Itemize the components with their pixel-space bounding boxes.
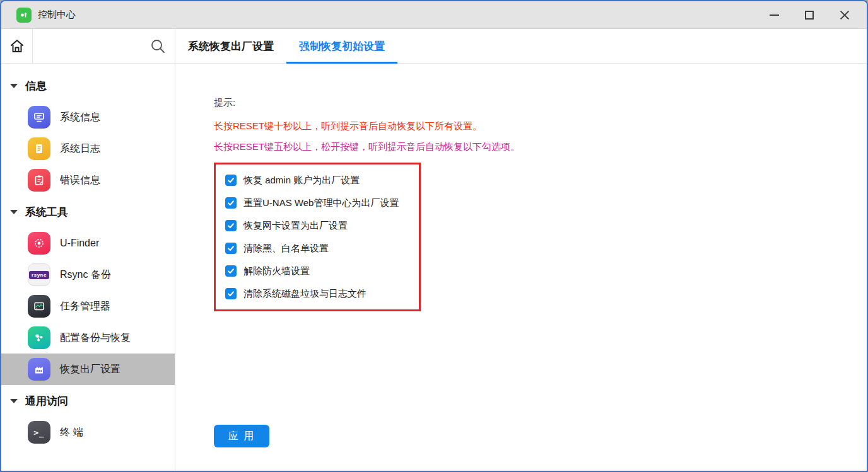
sidebar-item-label: 终 端 (60, 426, 83, 439)
rsync-badge: rsync (29, 271, 49, 279)
checkbox-label: 重置U-NAS Web管理中心为出厂设置 (243, 197, 399, 209)
checkbox-label: 恢复 admin 账户为出厂设置 (243, 175, 360, 187)
checkbox-label: 恢复网卡设置为出厂设置 (243, 220, 348, 232)
home-button[interactable] (1, 29, 33, 63)
tip-line-magenta: 长按RESET键五秒以上，松开按键，听到提示音后自动恢复以下勾选项。 (214, 142, 867, 151)
tip-line-red: 长按RESET键十秒以上，听到提示音后自动恢复以下所有设置。 (214, 121, 867, 130)
close-icon (840, 10, 850, 20)
minimize-button[interactable] (763, 6, 785, 25)
section-header-system-tools[interactable]: 系统工具 (1, 196, 175, 227)
checkbox-label: 清除系统磁盘垃圾与日志文件 (243, 288, 367, 300)
checkbox-row-restore-admin[interactable]: 恢复 admin 账户为出厂设置 (225, 169, 419, 192)
terminal-icon: >_ (28, 421, 50, 444)
checkbox-label: 解除防火墙设置 (243, 265, 310, 277)
window-title: 控制中心 (38, 9, 76, 21)
search-icon (150, 38, 166, 54)
section-header-general-access[interactable]: 通用访问 (1, 385, 175, 417)
tab-system-factory-reset[interactable]: 系统恢复出厂设置 (175, 29, 286, 63)
checkbox-row-disable-firewall[interactable]: 解除防火墙设置 (225, 260, 419, 282)
chevron-down-icon (10, 399, 18, 403)
section-header-info[interactable]: 信息 (1, 70, 175, 101)
tip-label: 提示: (214, 97, 867, 109)
sidebar-item-system-log[interactable]: 系统日志 (1, 133, 175, 164)
reset-options-frame: 恢复 admin 账户为出厂设置 重置U-NAS Web管理中心为出厂设置 恢复… (214, 163, 421, 311)
sidebar-item-label: 配置备份与恢复 (60, 331, 131, 345)
checkbox-checked-icon[interactable] (225, 288, 237, 299)
sidebar-item-label: 系统信息 (60, 111, 100, 124)
chevron-down-icon (10, 84, 18, 88)
checkbox-checked-icon[interactable] (225, 175, 237, 186)
checkbox-checked-icon[interactable] (225, 243, 237, 254)
task-manager-icon (28, 295, 50, 318)
maximize-icon (805, 11, 814, 20)
sidebar-nav: 信息 系统信息 (1, 64, 175, 448)
sidebar-item-label: Rsync 备份 (60, 268, 111, 282)
sidebar-item-config-backup-restore[interactable]: 配置备份与恢复 (1, 322, 175, 354)
sidebar-item-task-manager[interactable]: 任务管理器 (1, 291, 175, 322)
checkbox-row-reset-web-center[interactable]: 重置U-NAS Web管理中心为出厂设置 (225, 192, 419, 214)
tab-content: 提示: 长按RESET键十秒以上，听到提示音后自动恢复以下所有设置。 长按RES… (175, 64, 867, 471)
sidebar-item-terminal[interactable]: >_ 终 端 (1, 417, 175, 448)
tab-force-restore-initial-settings[interactable]: 强制恢复初始设置 (286, 29, 397, 63)
chevron-down-icon (10, 210, 18, 214)
checkbox-label: 清除黑、白名单设置 (243, 243, 329, 255)
checkbox-checked-icon[interactable] (225, 197, 237, 209)
sidebar-item-rsync-backup[interactable]: rsync Rsync 备份 (1, 259, 175, 291)
rsync-backup-icon: rsync (28, 263, 50, 286)
tab-bar: 系统恢复出厂设置 强制恢复初始设置 (175, 29, 867, 64)
system-info-icon (28, 106, 50, 129)
window-controls (763, 6, 855, 25)
app-logo-icon (16, 8, 32, 23)
sidebar-item-label: 错误信息 (60, 174, 100, 187)
sidebar-item-factory-reset[interactable]: 恢复出厂设置 (1, 354, 175, 385)
search-input[interactable] (33, 29, 175, 63)
sidebar-item-error-info[interactable]: 错误信息 (1, 164, 175, 196)
sidebar-header (1, 29, 175, 64)
apply-button[interactable]: 应 用 (214, 425, 269, 447)
sidebar-item-system-info[interactable]: 系统信息 (1, 101, 175, 133)
maximize-button[interactable] (799, 6, 820, 25)
close-button[interactable] (834, 6, 855, 25)
terminal-glyph: >_ (33, 428, 45, 437)
sidebar-item-label: 任务管理器 (60, 300, 110, 313)
factory-reset-icon (28, 358, 50, 381)
section-label: 信息 (25, 79, 47, 93)
config-backup-restore-icon (28, 326, 50, 349)
checkbox-row-clear-disk-garbage[interactable]: 清除系统磁盘垃圾与日志文件 (225, 282, 419, 305)
system-log-icon (28, 137, 50, 160)
control-center-window: 控制中心 (0, 0, 868, 472)
checkbox-row-clear-blacklist[interactable]: 清除黑、白名单设置 (225, 237, 419, 260)
titlebar: 控制中心 (1, 1, 867, 29)
minimize-icon (770, 14, 779, 16)
sidebar-item-label: 恢复出厂设置 (60, 363, 120, 376)
main-panel: 系统恢复出厂设置 强制恢复初始设置 提示: 长按RESET键十秒以上，听到提示音… (175, 29, 867, 471)
home-icon (9, 38, 25, 54)
checkbox-row-restore-network[interactable]: 恢复网卡设置为出厂设置 (225, 214, 419, 237)
checkbox-checked-icon[interactable] (225, 220, 237, 231)
sidebar-item-label: U-Finder (60, 238, 99, 249)
sidebar-item-label: 系统日志 (60, 142, 100, 156)
sidebar: 信息 系统信息 (1, 29, 175, 471)
u-finder-icon (28, 232, 50, 255)
checkbox-checked-icon[interactable] (225, 265, 237, 277)
section-label: 系统工具 (25, 205, 68, 219)
section-label: 通用访问 (25, 394, 68, 408)
error-info-icon (28, 169, 50, 192)
sidebar-item-u-finder[interactable]: U-Finder (1, 227, 175, 259)
